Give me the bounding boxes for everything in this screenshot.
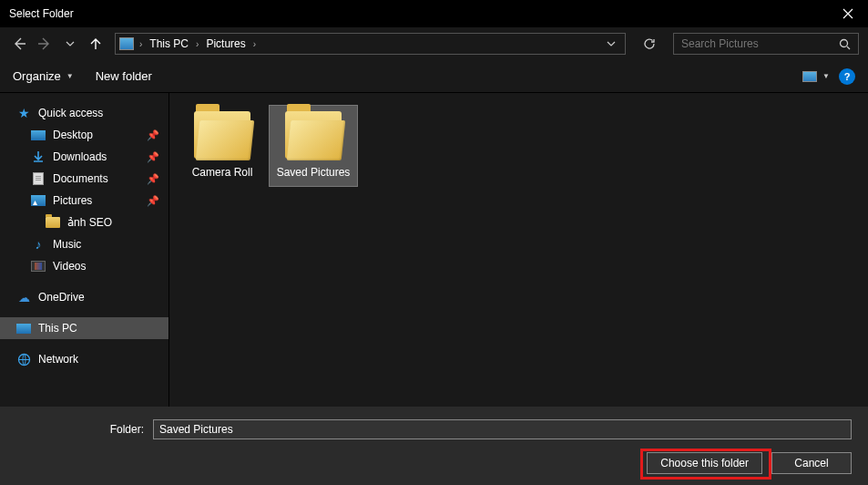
pc-icon [16, 324, 31, 334]
folder-icon [194, 111, 250, 159]
breadcrumb-current[interactable]: Pictures [204, 37, 247, 50]
folder-item[interactable]: Camera Roll [179, 106, 266, 186]
music-icon: ♪ [31, 237, 46, 252]
nav-row: › This PC › Pictures › [0, 27, 868, 60]
close-button[interactable] [827, 0, 868, 27]
pc-icon [119, 37, 134, 50]
desktop-icon [31, 130, 46, 140]
view-button[interactable]: ▼ [802, 71, 830, 82]
sidebar-downloads[interactable]: Downloads 📌 [0, 146, 168, 168]
toolbar: Organize ▼ New folder ▼ ? [0, 60, 868, 93]
cancel-button[interactable]: Cancel [771, 452, 852, 474]
network-icon [16, 352, 31, 366]
folder-icon [285, 111, 342, 159]
view-icon [802, 71, 817, 82]
download-icon [31, 150, 46, 164]
up-button[interactable] [86, 34, 106, 54]
chevron-down-icon: ▼ [66, 72, 74, 80]
content-pane[interactable]: Camera Roll Saved Pictures [169, 93, 868, 418]
refresh-icon [643, 37, 656, 50]
arrow-right-icon [37, 36, 52, 51]
pictures-icon [31, 195, 46, 206]
folder-icon [46, 217, 60, 228]
chevron-right-icon: › [139, 39, 142, 49]
chevron-down-icon [607, 39, 616, 48]
sidebar-anhseo[interactable]: ảnh SEO [0, 212, 168, 233]
search-icon [839, 38, 851, 50]
breadcrumb-root[interactable]: This PC [148, 37, 190, 50]
sidebar-network[interactable]: Network [0, 348, 168, 370]
chevron-down-icon [66, 39, 75, 48]
refresh-button[interactable] [637, 33, 662, 55]
new-folder-button[interactable]: New folder [96, 69, 152, 83]
folder-input[interactable] [153, 419, 852, 439]
sidebar-music[interactable]: ♪ Music [0, 233, 168, 255]
sidebar: ★ Quick access Desktop 📌 Downloads 📌 Doc… [0, 93, 169, 418]
address-bar[interactable]: › This PC › Pictures › [115, 33, 626, 55]
pin-icon: 📌 [147, 129, 159, 141]
chevron-right-icon: › [196, 39, 199, 49]
star-icon: ★ [16, 106, 31, 120]
help-button[interactable]: ? [839, 68, 855, 85]
organize-label: Organize [13, 69, 61, 83]
search-input[interactable] [681, 37, 839, 50]
chevron-down-icon: ▼ [822, 72, 830, 80]
choose-folder-button[interactable]: Choose this folder [647, 452, 762, 474]
arrow-left-icon [12, 36, 26, 51]
sidebar-pictures[interactable]: Pictures 📌 [0, 190, 168, 212]
sidebar-desktop[interactable]: Desktop 📌 [0, 124, 168, 146]
document-icon [33, 172, 44, 185]
address-dropdown[interactable] [601, 39, 621, 48]
recent-dropdown[interactable] [60, 34, 80, 54]
organize-button[interactable]: Organize ▼ [13, 69, 74, 83]
search-box[interactable] [673, 33, 859, 55]
svg-point-0 [841, 39, 848, 46]
sidebar-onedrive[interactable]: ☁ OneDrive [0, 286, 168, 308]
back-button[interactable] [9, 34, 29, 54]
sidebar-this-pc[interactable]: This PC [0, 317, 168, 339]
cloud-icon: ☁ [16, 290, 31, 304]
title-bar: Select Folder [0, 0, 868, 27]
sidebar-documents[interactable]: Documents 📌 [0, 168, 168, 190]
folder-label: Folder: [16, 423, 144, 436]
new-folder-label: New folder [96, 69, 152, 83]
pin-icon: 📌 [147, 173, 159, 185]
arrow-up-icon [88, 36, 103, 51]
forward-button[interactable] [35, 34, 55, 54]
pin-icon: 📌 [147, 151, 159, 163]
window-title: Select Folder [9, 7, 74, 20]
sidebar-quick-access[interactable]: ★ Quick access [0, 102, 168, 124]
footer: Folder: Choose this folder Cancel [0, 407, 868, 485]
close-icon [842, 8, 853, 19]
folder-name: Saved Pictures [277, 166, 351, 179]
chevron-right-icon: › [253, 39, 256, 49]
video-icon [31, 261, 46, 272]
pin-icon: 📌 [147, 195, 159, 207]
folder-item[interactable]: Saved Pictures [270, 106, 357, 186]
folder-name: Camera Roll [192, 166, 253, 179]
sidebar-videos[interactable]: Videos [0, 255, 168, 277]
